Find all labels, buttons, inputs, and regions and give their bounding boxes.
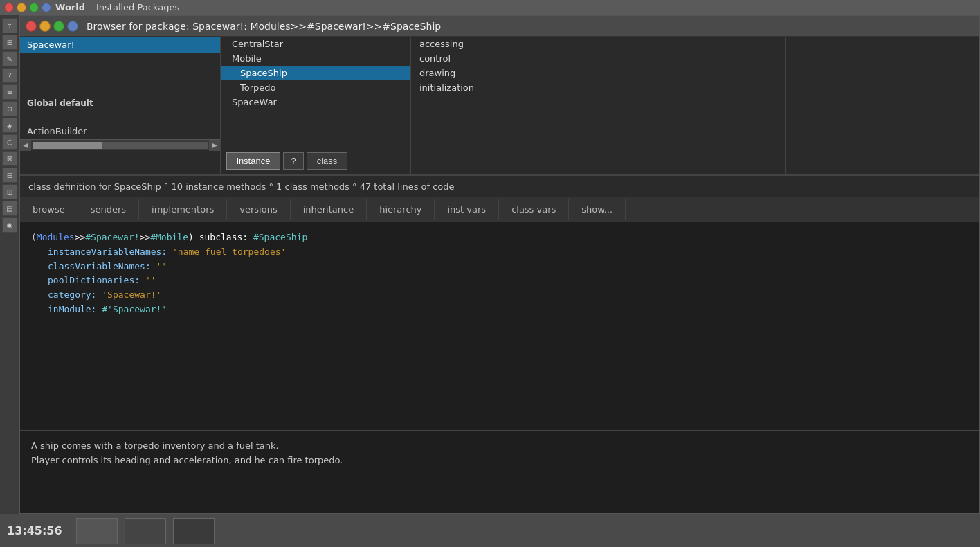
icon-strip-item-12[interactable]: ▤ [2,201,17,216]
code-line-4: poolDictionaries: '' [31,274,968,288]
icon-strip-item-13[interactable]: ◉ [2,217,17,233]
status-text: class definition for SpaceShip ° 10 inst… [28,181,455,192]
world-label: World [55,2,85,12]
sidebar-item-actionbuilder[interactable]: ActionBuilder [20,123,220,139]
min-btn-top[interactable] [17,3,26,12]
description-area: A ship comes with a torpedo inventory an… [20,430,979,513]
tab-inheritance[interactable]: inheritance [291,199,368,220]
max-btn-main[interactable] [53,21,64,32]
icon-strip: ↑ ⊞ ✎ ? ≡ ⊙ ◈ ⬡ ⊠ ⊟ ⊞ ▤ ◉ [0,15,19,514]
taskbar-bottom: 13:45:56 [0,514,980,547]
sidebar-item-spacewar[interactable]: Spacewar! [20,37,220,53]
class-button[interactable]: class [307,152,348,170]
clock: 13:45:56 [7,524,62,537]
icon-strip-item-5[interactable]: ≡ [2,84,17,100]
instance-class-bar: instance ? class [221,147,410,174]
title-bar: Browser for package: Spacewar!: Modules>… [20,16,979,37]
instance-button[interactable]: instance [226,152,280,170]
sidebar: Spacewar! Global default ActionBuilder ◀… [20,37,221,174]
tab-senders[interactable]: senders [78,199,139,220]
icon-strip-item-9[interactable]: ⊠ [2,151,17,166]
code-line-5: category: 'Spacewar!' [31,288,968,303]
class-item-torpedo[interactable]: Torpedo [221,80,410,95]
code-line-2: instanceVariableNames: 'name fuel torped… [31,245,968,260]
icon-strip-item-7[interactable]: ◈ [2,118,17,133]
category-initialization[interactable]: initialization [411,80,785,95]
category-control[interactable]: control [411,51,785,66]
tab-class-vars[interactable]: class vars [499,199,569,220]
icon-strip-item-4[interactable]: ? [2,68,17,83]
code-line-3: classVariableNames: '' [31,260,968,274]
status-bar: class definition for SpaceShip ° 10 inst… [20,175,979,197]
tab-browse[interactable]: browse [20,199,78,220]
class-list: CentralStar Mobile SpaceShip Torpedo Spa… [221,37,410,147]
taskbar-thumb-2[interactable] [125,518,166,544]
description-line-2: Player controls its heading and accelera… [31,454,968,468]
methods-panel [786,37,979,174]
scroll-track [33,142,208,149]
top-panels: Spacewar! Global default ActionBuilder ◀… [20,37,979,175]
icon-strip-item-1[interactable]: ↑ [2,18,17,33]
min-btn-main[interactable] [39,21,51,32]
main-window: Browser for package: Spacewar!: Modules>… [19,15,980,514]
extra-btn-top[interactable] [42,3,51,12]
tab-bar: browse senders implementors versions inh… [20,197,979,222]
content-area: Spacewar! Global default ActionBuilder ◀… [20,37,979,513]
category-drawing[interactable]: drawing [411,66,785,80]
scroll-thumb [33,142,102,149]
sidebar-section-global: Global default [20,94,220,109]
code-line-6: inModule: #'Spacewar!' [31,303,968,317]
icon-strip-item-8[interactable]: ⬡ [2,134,17,150]
class-item-spacewar[interactable]: SpaceWar [221,95,410,109]
icon-strip-item-6[interactable]: ⊙ [2,101,17,116]
categories-panel: accessing control drawing initialization [411,37,786,174]
sidebar-scrollbar[interactable]: ◀ ▶ [20,139,220,150]
scroll-right-arrow[interactable]: ▶ [209,140,220,151]
icon-strip-item-10[interactable]: ⊟ [2,168,17,183]
code-line-1: (Modules>>#Spacewar!>>#Mobile) subclass:… [31,231,968,245]
window-controls-top [4,3,51,12]
description-line-1: A ship comes with a torpedo inventory an… [31,439,968,454]
installed-packages-label: Installed Packages [96,2,179,12]
class-item-spaceship[interactable]: SpaceShip [221,66,410,80]
tab-inst-vars[interactable]: inst vars [435,199,499,220]
taskbar-thumb-3[interactable] [173,518,215,544]
icon-strip-item-11[interactable]: ⊞ [2,184,17,199]
question-button[interactable]: ? [283,152,303,170]
tab-versions[interactable]: versions [227,199,290,220]
class-list-panel: CentralStar Mobile SpaceShip Torpedo Spa… [221,37,411,174]
tab-hierarchy[interactable]: hierarchy [367,199,435,220]
class-item-mobile[interactable]: Mobile [221,51,410,66]
category-accessing[interactable]: accessing [411,37,785,51]
taskbar-thumb-1[interactable] [76,518,118,544]
class-item-centralstar[interactable]: CentralStar [221,37,410,51]
tab-show[interactable]: show... [569,199,626,220]
tab-implementors[interactable]: implementors [139,199,227,220]
extra-btn-main[interactable] [67,21,78,32]
max-btn-top[interactable] [29,3,39,12]
icon-strip-item-3[interactable]: ✎ [2,51,17,66]
close-btn-top[interactable] [4,3,14,12]
window-controls-main [26,21,78,32]
taskbar-top: World Installed Packages [0,0,980,15]
icon-strip-item-2[interactable]: ⊞ [2,35,17,50]
title-bar-text: Browser for package: Spacewar!: Modules>… [87,21,441,32]
scroll-left-arrow[interactable]: ◀ [20,140,31,151]
close-btn-main[interactable] [26,21,37,32]
code-editor[interactable]: (Modules>>#Spacewar!>>#Mobile) subclass:… [20,222,979,430]
